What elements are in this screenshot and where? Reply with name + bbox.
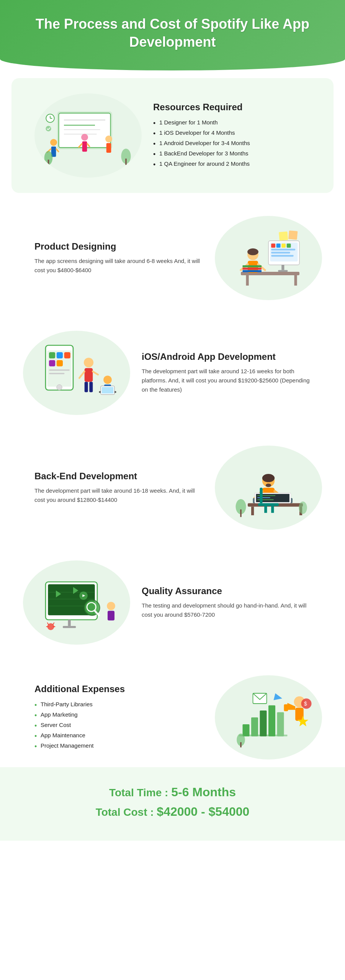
svg-rect-47 [243, 268, 262, 270]
svg-rect-40 [278, 270, 288, 272]
svg-point-77 [266, 483, 271, 487]
svg-point-14 [105, 136, 112, 142]
svg-rect-89 [271, 506, 274, 513]
svg-point-10 [81, 134, 88, 140]
svg-text:$: $ [304, 701, 307, 707]
list-item: Project Management [34, 740, 203, 751]
svg-point-6 [50, 139, 57, 146]
total-cost-label: Total Cost : [96, 806, 157, 818]
svg-rect-126 [284, 704, 288, 711]
svg-rect-90 [260, 488, 263, 503]
list-item: App Marketing [34, 709, 203, 720]
svg-rect-38 [288, 230, 298, 240]
svg-rect-70 [102, 387, 114, 393]
svg-point-93 [299, 501, 307, 514]
svg-rect-54 [64, 352, 70, 358]
svg-rect-36 [271, 255, 294, 256]
svg-rect-65 [89, 382, 93, 392]
svg-rect-31 [276, 243, 281, 248]
svg-point-109 [107, 602, 115, 610]
ios-android-desc: The development part will take around 12… [142, 367, 311, 394]
list-item: 1 QA Engineer for around 2 Months [153, 158, 299, 169]
qa-title: Quality Assurance [142, 586, 311, 596]
svg-rect-120 [260, 710, 267, 737]
product-designing-title: Product Designing [34, 241, 203, 252]
resources-title: Resources Required [153, 102, 299, 113]
total-time-line: Total Time : 5-6 Months [8, 782, 337, 802]
svg-rect-55 [49, 360, 55, 366]
svg-rect-73 [251, 506, 254, 515]
backend-title: Back-End Development [34, 471, 203, 482]
svg-rect-108 [63, 626, 76, 628]
list-item: 1 Android Developer for 3-4 Months [153, 138, 299, 148]
svg-rect-34 [271, 248, 295, 250]
total-time-label: Total Time : [109, 787, 171, 799]
svg-rect-30 [271, 243, 275, 248]
ios-android-title: iOS/Android App Development [142, 351, 311, 362]
ios-android-illustration [23, 331, 130, 415]
backend-content: Back-End Development The development par… [23, 463, 215, 512]
product-designing-content: Product Designing The app screens design… [23, 234, 215, 283]
footer: Total Time : 5-6 Months Total Cost : $42… [0, 767, 345, 841]
svg-rect-87 [258, 503, 279, 506]
ios-android-section: iOS/Android App Development The developm… [0, 315, 345, 430]
list-item: Third-Party Libraries [34, 699, 203, 709]
svg-rect-118 [243, 724, 250, 737]
total-time-value: 5-6 Months [171, 785, 236, 799]
list-item: Server Cost [34, 720, 203, 730]
svg-rect-58 [49, 373, 65, 374]
additional-title: Additional Expenses [34, 684, 203, 694]
product-designing-illustration [215, 216, 322, 300]
svg-point-59 [57, 384, 62, 390]
svg-point-60 [84, 358, 93, 367]
svg-rect-88 [264, 506, 267, 513]
svg-rect-33 [287, 243, 291, 248]
svg-line-9 [56, 149, 59, 152]
svg-rect-52 [49, 352, 55, 358]
list-item: App Maintenance [34, 730, 203, 740]
resources-section: Resources Required 1 Designer for 1 Mont… [11, 78, 334, 193]
svg-rect-121 [268, 705, 275, 736]
list-item: 1 Designer for 1 Month [153, 117, 299, 127]
svg-point-66 [103, 376, 112, 384]
svg-rect-56 [57, 360, 63, 366]
backend-section: Back-End Development The development par… [0, 430, 345, 545]
svg-rect-92 [240, 509, 242, 517]
ios-android-content: iOS/Android App Development The developm… [130, 344, 322, 402]
svg-rect-64 [85, 382, 88, 392]
svg-rect-61 [85, 368, 93, 382]
total-cost-value: $42000 - $54000 [157, 805, 249, 818]
svg-rect-119 [251, 717, 258, 737]
resources-content: Resources Required 1 Designer for 1 Mont… [142, 94, 311, 176]
svg-rect-17 [48, 160, 49, 165]
additional-illustration: $ [215, 675, 322, 760]
list-item: 1 BackEnd Developer for 3 Months [153, 148, 299, 158]
svg-rect-39 [281, 265, 284, 270]
svg-rect-122 [277, 712, 284, 736]
additional-content: Additional Expenses Third-Party Librarie… [23, 676, 215, 758]
svg-rect-35 [271, 252, 290, 253]
svg-point-76 [262, 474, 275, 482]
total-cost-line: Total Cost : $42000 - $54000 [8, 802, 337, 822]
product-designing-section: Product Designing The app screens design… [0, 201, 345, 315]
qa-desc: The testing and development should go ha… [142, 601, 311, 619]
header: The Process and Cost of Spotify Like App… [0, 0, 345, 70]
svg-point-23 [46, 126, 51, 131]
qa-content: Quality Assurance The testing and develo… [130, 578, 322, 627]
backend-desc: The development part will take around 16… [34, 486, 203, 505]
product-designing-desc: The app screens designing will take arou… [34, 256, 203, 275]
ios-android-title-text: iOS/Android App Development [142, 351, 276, 362]
svg-rect-133 [240, 742, 242, 747]
svg-rect-19 [125, 158, 127, 165]
resources-list: 1 Designer for 1 Month 1 iOS Developer f… [153, 117, 299, 169]
page-title: The Process and Cost of Spotify Like App… [23, 15, 322, 51]
svg-point-43 [247, 248, 258, 255]
svg-rect-107 [68, 620, 71, 626]
additional-section: $ Additional Expenses Third-Party Librar… [0, 660, 345, 767]
resources-illustration [34, 93, 142, 178]
svg-rect-57 [49, 369, 70, 371]
backend-illustration [215, 446, 322, 530]
svg-rect-46 [243, 270, 262, 272]
qa-illustration [23, 560, 130, 645]
svg-rect-26 [246, 275, 249, 286]
